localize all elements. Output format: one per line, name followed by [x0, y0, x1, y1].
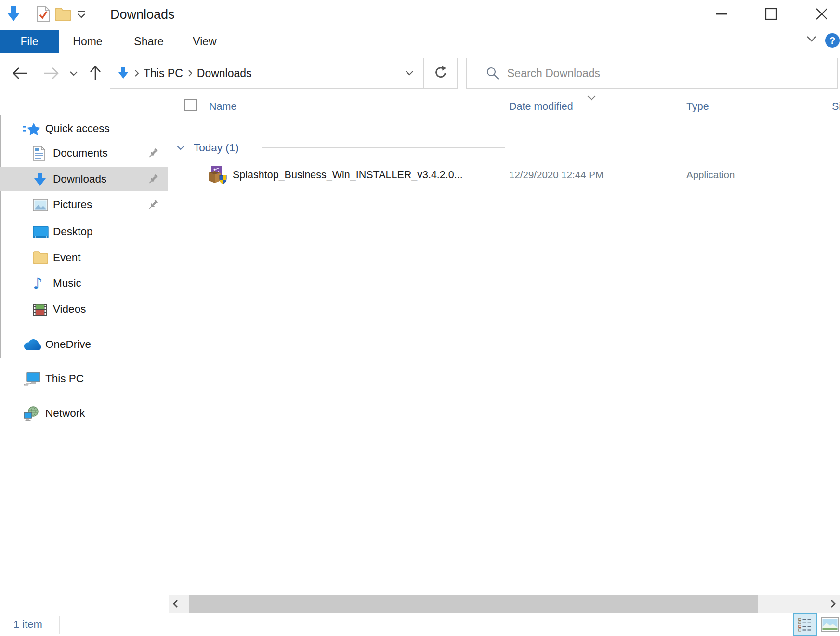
group-header-line	[262, 147, 505, 148]
sidebar-item-label: This PC	[45, 372, 84, 385]
file-explorer-window: Downloads File Home Share View ?	[0, 0, 840, 636]
column-header-date-modified[interactable]: Date modified	[509, 92, 573, 121]
column-divider[interactable]	[501, 95, 501, 118]
maximize-button[interactable]	[754, 0, 788, 28]
file-name: Splashtop_Business_Win_INSTALLER_v3.4.2.…	[233, 164, 463, 186]
qat-new-folder-button[interactable]	[55, 8, 71, 21]
downloads-app-icon	[6, 5, 21, 23]
qat-customize-dropdown[interactable]	[76, 10, 87, 19]
search-input[interactable]	[507, 67, 837, 80]
tab-file[interactable]: File	[0, 30, 59, 53]
sidebar-item-pictures[interactable]: Pictures	[0, 193, 168, 217]
music-note-icon: ♪	[33, 274, 42, 292]
installer-shield-icon	[208, 165, 228, 185]
breadcrumb-this-pc[interactable]: This PC	[139, 58, 188, 88]
sidebar-item-label: Downloads	[53, 173, 106, 186]
address-downloads-icon	[118, 67, 129, 80]
pin-icon[interactable]	[147, 173, 159, 185]
pin-icon[interactable]	[147, 147, 159, 159]
sidebar-item-desktop[interactable]: Desktop	[0, 220, 168, 244]
search-icon	[486, 66, 499, 80]
pictures-icon	[33, 199, 48, 211]
sidebar-item-quick-access[interactable]: Quick access	[0, 117, 168, 141]
status-bar: 1 item	[0, 613, 840, 636]
ribbon-collapse-chevron-icon[interactable]	[806, 36, 817, 43]
help-icon[interactable]: ?	[825, 33, 840, 48]
title-bar: Downloads	[0, 0, 840, 29]
folder-icon	[33, 251, 48, 264]
onedrive-cloud-icon	[23, 339, 42, 351]
breadcrumb-chevron-icon	[134, 70, 139, 77]
sidebar-item-documents[interactable]: Documents	[0, 141, 168, 165]
sidebar-item-label: OneDrive	[45, 338, 91, 351]
sidebar-item-label: Network	[45, 407, 85, 420]
sidebar-item-music[interactable]: ♪ Music	[0, 271, 168, 295]
sidebar-item-label: Quick access	[45, 122, 110, 135]
ribbon-tab-strip: File Home Share View	[0, 30, 840, 53]
column-header-type[interactable]: Type	[686, 92, 709, 121]
scrollbar-thumb[interactable]	[189, 595, 758, 613]
column-divider[interactable]	[823, 95, 823, 118]
sidebar-item-label: Event	[53, 252, 81, 264]
titlebar-separator	[104, 6, 104, 22]
qat-properties-button[interactable]	[37, 6, 50, 22]
sidebar-item-label: Pictures	[53, 199, 92, 211]
table-row[interactable]: Splashtop_Business_Win_INSTALLER_v3.4.2.…	[169, 164, 840, 186]
sidebar-item-event[interactable]: Event	[0, 246, 168, 270]
tab-home[interactable]: Home	[71, 30, 104, 53]
downloads-arrow-icon	[33, 172, 47, 187]
file-date-modified: 12/29/2020 12:44 PM	[509, 164, 604, 186]
forward-arrow-icon[interactable]	[42, 66, 60, 80]
tab-share[interactable]: Share	[133, 30, 165, 53]
up-arrow-icon[interactable]	[89, 65, 102, 82]
scroll-right-icon[interactable]	[830, 599, 836, 608]
sidebar-item-label: Documents	[53, 147, 108, 159]
list-top-border	[169, 92, 840, 92]
videos-film-icon	[33, 303, 47, 316]
documents-icon	[33, 146, 45, 161]
breadcrumb-chevron-icon	[188, 70, 192, 77]
sidebar-item-videos[interactable]: Videos	[0, 297, 168, 321]
breadcrumb-downloads[interactable]: Downloads	[192, 58, 257, 88]
pin-icon[interactable]	[147, 199, 159, 211]
details-view-button[interactable]	[793, 613, 817, 636]
recent-locations-chevron-icon[interactable]	[69, 71, 78, 77]
select-all-checkbox[interactable]	[184, 99, 197, 111]
navigation-toolbar: This PC Downloads	[0, 53, 840, 92]
group-header-today[interactable]: Today (1)	[194, 141, 239, 155]
column-divider[interactable]	[677, 95, 677, 118]
column-header-size[interactable]: Size	[823, 92, 840, 121]
refresh-icon[interactable]	[423, 58, 458, 89]
column-header-name[interactable]: Name	[209, 92, 236, 121]
sidebar-item-label: Videos	[53, 303, 86, 316]
minimize-button[interactable]	[704, 0, 739, 28]
tab-view[interactable]: View	[190, 30, 220, 53]
sidebar-item-downloads[interactable]: Downloads	[0, 167, 168, 191]
item-count: 1 item	[13, 613, 42, 636]
network-icon	[23, 406, 39, 421]
sort-chevron-down-icon[interactable]	[587, 95, 596, 101]
sidebar-item-onedrive[interactable]: OneDrive	[0, 332, 168, 357]
desktop-icon	[33, 226, 49, 238]
sidebar-item-label: Desktop	[53, 225, 93, 238]
back-arrow-icon[interactable]	[12, 66, 29, 80]
this-pc-icon	[23, 372, 40, 386]
status-divider	[59, 616, 60, 634]
address-dropdown-chevron-icon[interactable]	[405, 70, 414, 76]
window-title: Downloads	[110, 0, 175, 29]
scroll-left-icon[interactable]	[172, 599, 178, 608]
horizontal-scrollbar[interactable]	[169, 595, 840, 613]
quick-access-star-icon	[23, 122, 40, 136]
search-box	[466, 58, 838, 89]
file-type: Application	[686, 164, 735, 186]
sidebar-item-network[interactable]: Network	[0, 401, 168, 425]
address-bar[interactable]: This PC Downloads	[110, 58, 424, 89]
thumbnail-view-button[interactable]	[819, 613, 840, 636]
group-collapse-chevron-icon[interactable]	[176, 145, 185, 151]
navigation-pane: Quick access Documents	[0, 92, 168, 595]
sidebar-item-this-pc[interactable]: This PC	[0, 367, 168, 391]
titlebar-separator	[26, 6, 26, 22]
sidebar-item-label: Music	[53, 277, 81, 290]
close-button[interactable]	[803, 0, 840, 28]
